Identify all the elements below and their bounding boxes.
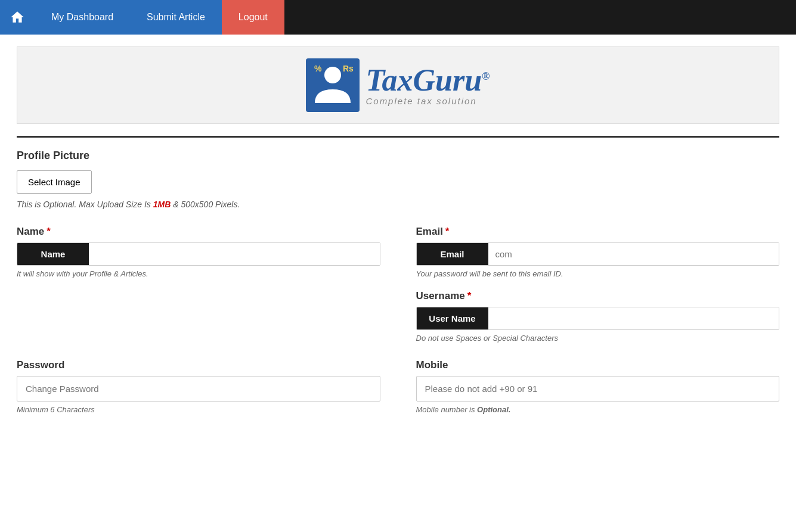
name-label: Name*	[17, 226, 380, 238]
password-label: Password	[17, 359, 380, 371]
svg-text:Rs: Rs	[343, 64, 354, 73]
name-column: Name* Name It will show with your Profil…	[17, 226, 380, 343]
username-input[interactable]	[488, 307, 779, 329]
navbar: My Dashboard Submit Article Logout	[0, 0, 796, 35]
home-button[interactable]	[0, 0, 35, 35]
email-input[interactable]	[488, 243, 779, 265]
logout-button[interactable]: Logout	[222, 0, 284, 35]
svg-point-1	[324, 67, 341, 83]
username-hint: Do not use Spaces or Special Characters	[416, 334, 780, 343]
logo-taxguru-text: TaxGuru®	[366, 65, 490, 96]
profile-picture-title: Profile Picture	[17, 150, 779, 162]
username-input-group: User Name	[416, 307, 780, 330]
email-prefix: Email	[417, 243, 488, 265]
upload-hint: This is Optional. Max Upload Size Is 1MB…	[17, 200, 779, 209]
email-hint: Your password will be sent to this email…	[416, 269, 780, 278]
username-prefix: User Name	[417, 307, 488, 329]
taxguru-logo-icon: Rs %	[306, 58, 360, 112]
name-hint: It will show with your Profile & Article…	[17, 269, 380, 278]
password-input[interactable]	[17, 376, 380, 402]
logo: Rs % TaxGuru® Complete tax solution	[306, 58, 490, 112]
password-hint: Minimum 6 Characters	[17, 405, 380, 414]
logo-brand: TaxGuru® Complete tax solution	[366, 65, 490, 106]
submit-article-button[interactable]: Submit Article	[130, 0, 222, 35]
email-label: Email*	[416, 226, 780, 238]
svg-text:%: %	[314, 64, 322, 73]
password-column: Password Minimum 6 Characters	[17, 359, 380, 414]
select-image-button[interactable]: Select Image	[17, 170, 92, 194]
logo-area: Rs % TaxGuru® Complete tax solution	[17, 46, 779, 124]
email-column: Email* Email Your password will be sent …	[416, 226, 780, 343]
name-input[interactable]	[89, 243, 380, 265]
password-mobile-row: Password Minimum 6 Characters Mobile Mob…	[17, 359, 779, 414]
name-prefix: Name	[17, 243, 89, 265]
dashboard-button[interactable]: My Dashboard	[35, 0, 130, 35]
name-input-group: Name	[17, 242, 380, 266]
logo-tagline: Complete tax solution	[366, 96, 490, 106]
form-container: Profile Picture Select Image This is Opt…	[0, 138, 796, 426]
mobile-column: Mobile Mobile number is Optional.	[416, 359, 780, 414]
mobile-hint: Mobile number is Optional.	[416, 405, 780, 414]
home-icon	[10, 10, 25, 25]
username-label: Username*	[416, 290, 780, 302]
mobile-label: Mobile	[416, 359, 780, 371]
username-section: Username* User Name Do not use Spaces or…	[416, 290, 780, 343]
mobile-input[interactable]	[416, 376, 780, 402]
email-input-group: Email	[416, 242, 780, 266]
name-email-row: Name* Name It will show with your Profil…	[17, 226, 779, 343]
